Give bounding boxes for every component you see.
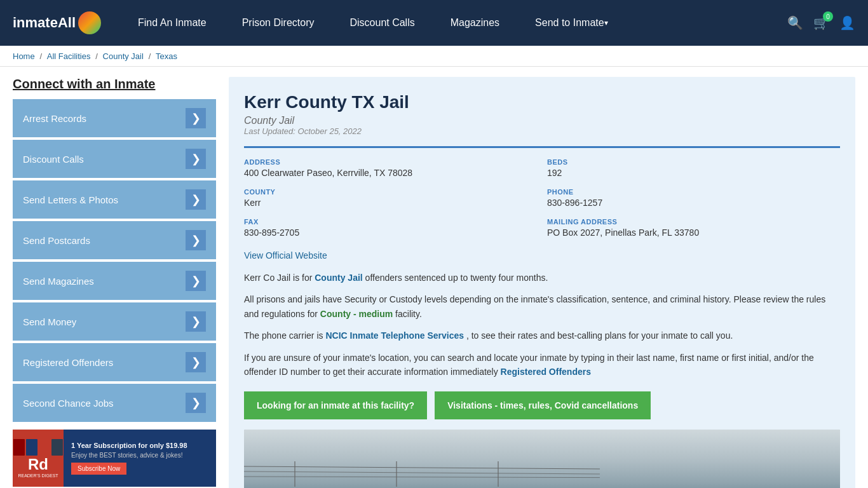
cart-icon[interactable]: 🛒 0 [813,15,829,30]
sidebar-item-label: Registered Offenders [23,357,113,368]
arrow-icon: ❯ [186,311,206,332]
facility-image [244,430,840,488]
desc2-end: facility. [395,309,422,319]
address-cell: ADDRESS 400 Clearwater Paseo, Kerrville,… [244,158,537,178]
sidebar-item-discount-calls[interactable]: Discount Calls ❯ [13,140,216,178]
county-cell: COUNTY Kerr [244,188,537,208]
sidebar-item-label: Discount Calls [23,154,84,165]
desc3-end: , to see their rates and best-calling pl… [466,330,733,341]
breadcrumb-all-facilities[interactable]: All Facilities [47,51,91,61]
sidebar-item-send-postcards[interactable]: Send Postcards ❯ [13,221,216,259]
sidebar-item-label: Second Chance Jobs [23,398,114,409]
mailing-label: MAILING ADDRESS [547,218,840,226]
nav-find-inmate[interactable]: Find An Inmate [120,0,224,46]
arrow-icon: ❯ [186,393,206,413]
breadcrumb-state[interactable]: Texas [156,51,177,61]
breadcrumb-county-jail[interactable]: County Jail [103,51,144,61]
sidebar-item-send-letters-photos[interactable]: Send Letters & Photos ❯ [13,180,216,219]
desc3-start: The phone carrier is [244,330,325,341]
desc4-link[interactable]: Registered Offenders [501,367,591,377]
sidebar-item-registered-offenders[interactable]: Registered Offenders ❯ [13,343,216,381]
desc-para-3: The phone carrier is NCIC Inmate Telepho… [244,329,840,342]
desc-para-1: Kerr Co Jail is for County Jail offender… [244,271,840,285]
phone-cell: PHONE 830-896-1257 [547,188,840,208]
arrow-icon: ❯ [186,149,206,169]
ad-subtext: Enjoy the BEST stories, advice & jokes! [71,452,208,459]
find-inmate-button[interactable]: Looking for an inmate at this facility? [244,391,427,419]
desc1-text: Kerr Co Jail is for [244,273,312,283]
advertisement[interactable]: Rd READER'S DIGEST 1 Year Subscription f… [13,430,216,487]
beds-cell: BEDS 192 [547,158,840,178]
main-nav: Find An Inmate Prison Directory Discount… [120,0,787,46]
rd-logo: Rd [28,457,48,472]
mailing-value: PO Box 2027, Pinellas Park, FL 33780 [547,227,840,238]
ad-books [13,439,63,456]
facility-photo [244,430,840,488]
desc3-link[interactable]: NCIC Inmate Telephone Services [325,330,464,341]
sidebar: Connect with an Inmate Arrest Records ❯ … [13,77,216,488]
nav-magazines[interactable]: Magazines [433,0,517,46]
nav-discount-calls[interactable]: Discount Calls [332,0,432,46]
logo[interactable]: inmateAll [13,11,101,34]
ad-headline: 1 Year Subscription for only $19.98 [71,442,208,449]
breadcrumb: Home / All Facilities / County Jail / Te… [0,46,868,67]
ad-subscribe-button[interactable]: Subscribe Now [71,463,126,475]
county-label: COUNTY [244,188,537,196]
facility-detail: Kerr County TX Jail County Jail Last Upd… [229,77,855,488]
fax-label: FAX [244,218,537,226]
svg-line-2 [244,477,600,478]
address-value: 400 Clearwater Paseo, Kerrville, TX 7802… [244,168,537,178]
nav-send-to-inmate[interactable]: Send to Inmate [517,0,626,46]
arrow-icon: ❯ [186,352,206,372]
fax-value: 830-895-2705 [244,227,537,238]
svg-line-1 [244,471,600,474]
address-label: ADDRESS [244,158,537,166]
sidebar-item-label: Send Money [23,316,76,327]
breadcrumb-home[interactable]: Home [13,51,35,61]
county-value: Kerr [244,198,537,208]
facility-info-grid: ADDRESS 400 Clearwater Paseo, Kerrville,… [244,146,840,238]
arrow-icon: ❯ [186,230,206,250]
beds-value: 192 [547,168,840,178]
beds-label: BEDS [547,158,840,166]
sidebar-item-label: Send Magazines [23,276,94,287]
facility-description: Kerr Co Jail is for County Jail offender… [244,271,840,379]
svg-line-0 [244,466,600,469]
facility-updated: Last Updated: October 25, 2022 [244,126,840,136]
sidebar-title: Connect with an Inmate [13,77,216,92]
logo-icon [78,11,101,34]
action-buttons: Looking for an inmate at this facility? … [244,391,840,419]
ad-text-area: 1 Year Subscription for only $19.98 Enjo… [64,430,216,487]
arrow-icon: ❯ [186,271,206,291]
desc-para-4: If you are unsure of your inmate's locat… [244,351,840,379]
site-header: inmateAll Find An Inmate Prison Director… [0,0,868,46]
desc1-link[interactable]: County Jail [315,273,362,283]
desc1-end: offenders sentenced up to twenty four mo… [365,273,548,283]
sidebar-item-label: Send Postcards [23,235,90,246]
arrow-icon: ❯ [186,108,206,128]
sidebar-item-send-money[interactable]: Send Money ❯ [13,302,216,341]
nav-prison-directory[interactable]: Prison Directory [224,0,332,46]
main-content: Connect with an Inmate Arrest Records ❯ … [0,67,868,488]
mailing-cell: MAILING ADDRESS PO Box 2027, Pinellas Pa… [547,218,840,238]
logo-text: inmateAll [13,15,76,31]
visitations-button[interactable]: Visitations - times, rules, Covid cancel… [435,391,651,419]
sidebar-item-send-magazines[interactable]: Send Magazines ❯ [13,262,216,300]
sidebar-item-label: Arrest Records [23,113,86,124]
sidebar-item-arrest-records[interactable]: Arrest Records ❯ [13,99,216,137]
search-icon[interactable]: 🔍 [787,15,803,30]
desc-para-2: All prisons and jails have Security or C… [244,292,840,321]
arrow-icon: ❯ [186,189,206,210]
sidebar-item-label: Send Letters & Photos [23,194,118,205]
website-link[interactable]: View Official Website [244,250,327,261]
phone-label: PHONE [547,188,840,196]
power-lines [244,461,600,487]
phone-value: 830-896-1257 [547,198,840,208]
header-icons: 🔍 🛒 0 👤 [787,15,855,30]
user-icon[interactable]: 👤 [839,15,855,30]
sidebar-item-second-chance-jobs[interactable]: Second Chance Jobs ❯ [13,384,216,422]
desc2-link[interactable]: County - medium [320,309,393,319]
facility-type: County Jail [244,115,840,126]
rd-sub: READER'S DIGEST [18,473,58,478]
ad-logo-area: Rd READER'S DIGEST [13,430,64,487]
